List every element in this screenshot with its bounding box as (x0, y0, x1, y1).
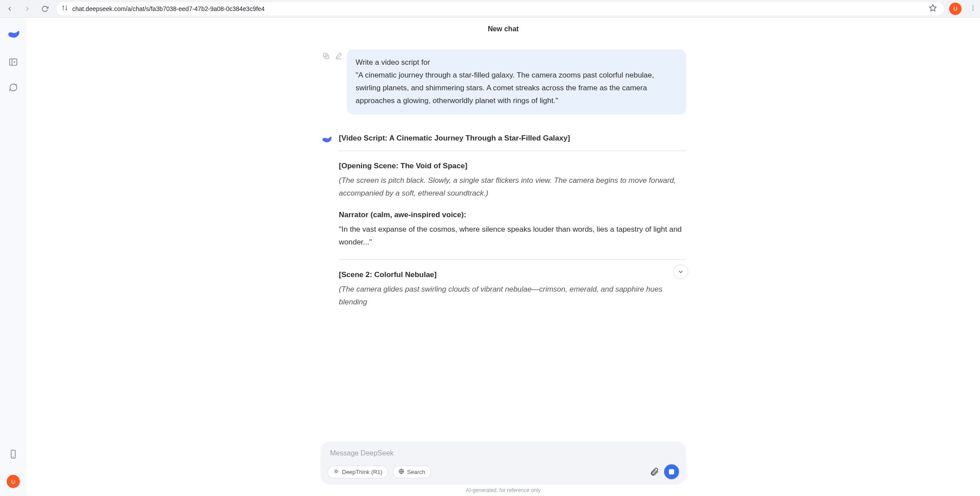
user-message-actions (322, 52, 342, 60)
deepthink-chip[interactable]: DeepThink (R1) (327, 466, 388, 478)
scene2-title: [Scene 2: Colorful Nebulae] (339, 269, 686, 281)
message-input[interactable] (327, 448, 679, 464)
site-settings-icon[interactable] (62, 5, 68, 12)
mobile-app-icon[interactable] (8, 449, 18, 459)
stop-icon (669, 469, 674, 474)
svg-point-6 (973, 7, 973, 8)
new-chat-icon[interactable] (8, 83, 18, 93)
chat-scroll-area[interactable]: Write a video script for "A cinematic jo… (26, 41, 980, 496)
assistant-avatar (320, 133, 333, 145)
browser-toolbar: chat.deepseek.com/a/chat/s/fa3b7038-eed7… (0, 0, 980, 18)
edit-icon[interactable] (334, 52, 342, 60)
svg-point-17 (335, 470, 338, 472)
collapse-sidebar-icon[interactable] (8, 57, 18, 67)
browser-profile-avatar[interactable]: U (949, 3, 961, 15)
opening-scene-title: [Opening Scene: The Void of Space] (339, 160, 686, 173)
assistant-message-row: [Video Script: A Cinematic Journey Throu… (320, 132, 686, 309)
divider (339, 259, 686, 260)
search-chip[interactable]: Search (393, 466, 431, 478)
user-message-line1: Write a video script for (356, 56, 677, 69)
globe-icon (398, 468, 405, 476)
narrator-label: Narrator (calm, awe-inspired voice): (339, 209, 686, 222)
address-bar[interactable]: chat.deepseek.com/a/chat/s/fa3b7038-eed7… (56, 2, 944, 15)
deepthink-label: DeepThink (R1) (342, 469, 382, 475)
user-message-bubble: Write a video script for "A cinematic jo… (347, 49, 686, 115)
svg-point-0 (63, 6, 63, 7)
svg-point-1 (66, 9, 67, 10)
forward-button[interactable] (21, 3, 33, 15)
search-label: Search (407, 469, 425, 475)
sidebar: U (0, 18, 26, 496)
composer: DeepThink (R1) Search (320, 441, 686, 485)
composer-area: DeepThink (R1) Search (26, 441, 980, 496)
main-area: New chat Write a video script for (26, 18, 980, 496)
app-logo[interactable] (6, 26, 21, 41)
copy-icon[interactable] (322, 52, 330, 60)
script-title: [Video Script: A Cinematic Journey Throu… (339, 132, 686, 145)
divider (339, 151, 686, 151)
page-title: New chat (26, 18, 980, 41)
bookmark-icon[interactable] (929, 4, 937, 14)
user-message-line2: "A cinematic journey through a star-fill… (356, 69, 677, 107)
reload-button[interactable] (39, 3, 51, 15)
opening-scene-desc: (The screen is pitch black. Slowly, a si… (339, 174, 686, 200)
footer-note: AI-generated, for reference only (466, 487, 540, 493)
scroll-to-bottom-button[interactable] (673, 264, 688, 279)
narrator-line: "In the vast expanse of the cosmos, wher… (339, 223, 686, 249)
attach-button[interactable] (649, 466, 660, 477)
user-avatar[interactable]: U (7, 475, 20, 488)
browser-menu-icon[interactable] (969, 4, 976, 13)
deepthink-icon (333, 468, 339, 476)
url-text: chat.deepseek.com/a/chat/s/fa3b7038-eed7… (72, 5, 924, 12)
svg-point-5 (973, 5, 973, 6)
svg-marker-4 (930, 4, 936, 11)
back-button[interactable] (4, 3, 16, 15)
svg-point-7 (973, 9, 973, 10)
svg-rect-8 (10, 59, 17, 66)
assistant-message-content: [Video Script: A Cinematic Journey Throu… (339, 132, 686, 309)
stop-button[interactable] (664, 464, 679, 479)
user-message-row: Write a video script for "A cinematic jo… (320, 49, 686, 115)
scene2-desc: (The camera glides past swirling clouds … (339, 283, 686, 309)
